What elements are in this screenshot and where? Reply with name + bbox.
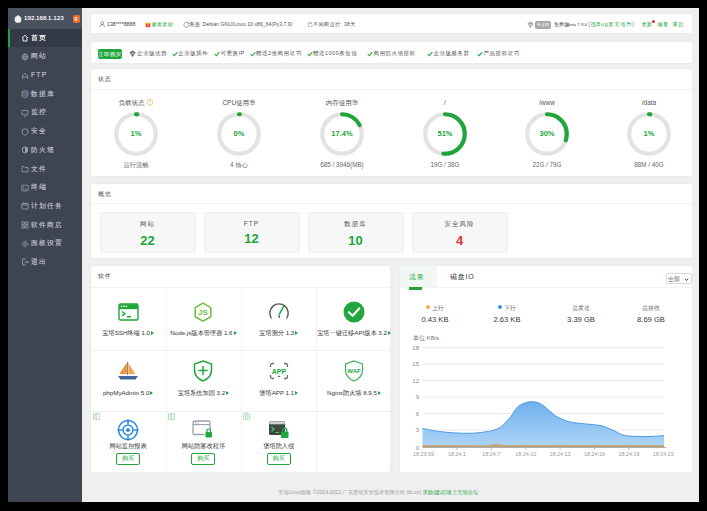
svg-text:6: 6 xyxy=(416,410,420,416)
svg-text:?: ? xyxy=(149,100,152,105)
svg-text:18:24:23: 18:24:23 xyxy=(653,451,674,457)
svg-text:18:23:59: 18:23:59 xyxy=(413,451,434,457)
svg-text:18:24:7: 18:24:7 xyxy=(482,451,500,457)
svg-text:18:24:16: 18:24:16 xyxy=(584,451,605,457)
svg-text:18:24:19: 18:24:19 xyxy=(618,451,639,457)
svg-text:18:24:13: 18:24:13 xyxy=(550,451,571,457)
svg-text:18:24:1: 18:24:1 xyxy=(448,451,466,457)
svg-text:18:24:10: 18:24:10 xyxy=(515,451,536,457)
svg-text:单位:KB/s: 单位:KB/s xyxy=(413,335,439,341)
svg-text:3: 3 xyxy=(416,427,420,433)
svg-text:15: 15 xyxy=(412,361,419,367)
svg-text:12: 12 xyxy=(412,377,419,383)
svg-text:0: 0 xyxy=(416,444,420,450)
svg-text:WAF: WAF xyxy=(347,368,361,374)
svg-text:9: 9 xyxy=(416,394,420,400)
svg-text:18: 18 xyxy=(412,345,419,351)
svg-text:APP: APP xyxy=(272,368,287,375)
svg-text:JS: JS xyxy=(199,308,209,317)
